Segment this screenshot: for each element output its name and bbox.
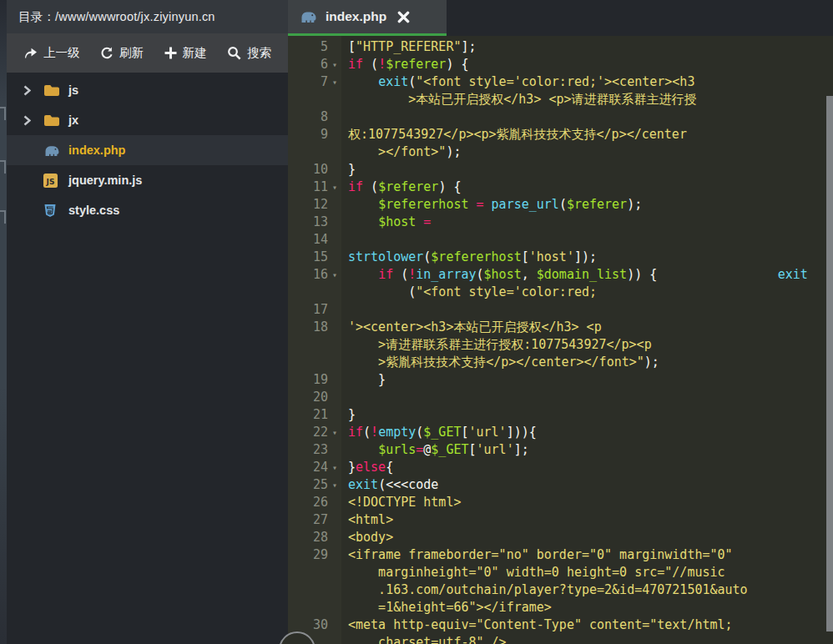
fold-spacer [328, 406, 341, 424]
fold-spacer [328, 214, 341, 231]
background-glyph-fragment [0, 210, 6, 224]
fold-arrow-icon[interactable]: ▾ [328, 73, 341, 91]
tab-index-php[interactable]: index.php [288, 0, 447, 36]
code-line-13[interactable]: 13 $host = [288, 214, 833, 231]
code-line-17[interactable]: 17 [288, 301, 833, 319]
tree-item-style-css[interactable]: style.css [7, 195, 288, 225]
line-number: 27 [288, 511, 328, 529]
code-line-30[interactable]: 30<meta http-equiv="Content-Type" conten… [288, 616, 833, 634]
code-line-28[interactable]: 28<body> [288, 529, 833, 546]
code-text [341, 231, 348, 249]
tree-item-js[interactable]: js [7, 75, 288, 105]
code-text: }else{ [341, 459, 393, 476]
toolbar-button-new[interactable]: 新建 [164, 45, 207, 61]
code-text: $refererhost = parse_url($referer); [341, 196, 642, 214]
code-line-wrap[interactable]: ></font>"); [288, 143, 833, 161]
chevron-right-icon[interactable] [23, 115, 37, 126]
toolbar-button-refresh[interactable]: 刷新 [100, 45, 144, 61]
code-line-18[interactable]: 18'><center><h3>本站已开启授权</h3> <p [288, 319, 833, 336]
file-manager-toolbar: 上一级刷新新建搜索 [7, 33, 288, 73]
background-glyph-fragment [0, 107, 6, 120]
fold-spacer [328, 634, 341, 644]
code-line-7[interactable]: 7▾ exit("<font style='color:red;'><cente… [288, 73, 833, 91]
tab-title: index.php [326, 9, 386, 24]
vertical-scrollbar[interactable] [826, 96, 833, 631]
line-number: 16 [288, 266, 328, 284]
code-line-29[interactable]: 29<iframe frameborder="no" border="0" ma… [288, 546, 833, 564]
fold-spacer [328, 161, 341, 179]
fold-spacer [328, 319, 341, 336]
line-number: 8 [288, 108, 328, 126]
code-line-19[interactable]: 19 } [288, 371, 833, 389]
code-line-14[interactable]: 14 [288, 231, 833, 249]
code-text: <html> [341, 511, 393, 529]
code-text: exit("<font style='color:red;'><center><… [341, 73, 694, 91]
code-line-12[interactable]: 12 $refererhost = parse_url($referer); [288, 196, 833, 214]
file-tree: jsjxindex.phpJSjquery.min.jsstyle.css [7, 73, 288, 644]
code-line-wrap[interactable]: charset=utf-8" /> [288, 634, 833, 644]
code-text [341, 389, 348, 406]
code-line-22[interactable]: 22▾if(!empty($_GET['url'])){ [288, 424, 833, 441]
fold-spacer [328, 126, 341, 143]
search-icon [227, 46, 241, 60]
code-line-10[interactable]: 10} [288, 161, 833, 179]
code-line-16[interactable]: 16▾ if (!in_array($host, $domain_list)) … [288, 266, 833, 284]
fold-spacer [328, 284, 341, 301]
code-text: } [341, 371, 386, 389]
code-line-wrap[interactable]: >请进群联系群主进行授权:1077543927</p><p [288, 336, 833, 354]
fold-arrow-icon[interactable]: ▾ [328, 56, 341, 73]
chevron-right-icon[interactable] [23, 85, 37, 96]
toolbar-button-search[interactable]: 搜索 [227, 45, 271, 61]
plus-icon [164, 47, 177, 59]
code-text: strtolower($refererhost['host']); [341, 249, 597, 266]
fold-arrow-icon[interactable]: ▾ [328, 476, 341, 494]
line-number: 17 [288, 301, 328, 319]
code-line-6[interactable]: 6▾if (!$referer) { [288, 56, 833, 73]
code-editor[interactable]: 5["HTTP_REFERER"];6▾if (!$referer) {7▾ e… [288, 36, 833, 644]
code-line-24[interactable]: 24▾}else{ [288, 459, 833, 476]
code-line-wrap[interactable]: marginheight="0" width=0 height=0 src="/… [288, 564, 833, 581]
code-line-wrap[interactable]: >紫胤科技技术支持</p></center></font>"); [288, 354, 833, 371]
code-line-wrap[interactable]: .163.com/outchain/player?type=2&id=47072… [288, 581, 833, 599]
code-text: ["HTTP_REFERER"]; [341, 38, 477, 56]
background-glyph-fragment [0, 160, 6, 174]
code-line-5[interactable]: 5["HTTP_REFERER"]; [288, 38, 833, 56]
line-number [288, 91, 328, 108]
code-text: =1&height=66"></iframe> [341, 599, 552, 616]
fold-arrow-icon[interactable]: ▾ [328, 424, 341, 441]
editor-tab-bar: index.php [288, 0, 833, 36]
code-text: .163.com/outchain/player?type=2&id=47072… [341, 581, 748, 599]
line-number: 11 [288, 179, 328, 196]
fold-spacer [328, 441, 341, 459]
tree-item-jquery-min-js[interactable]: JSjquery.min.js [7, 165, 288, 195]
fold-spacer [328, 38, 341, 56]
code-line-8[interactable]: 8 [288, 108, 833, 126]
code-line-23[interactable]: 23 $urls=@$_GET['url']; [288, 441, 833, 459]
directory-path-label: 目录：/www/wwwroot/jx.ziyinyun.cn [18, 9, 215, 25]
fold-arrow-icon[interactable]: ▾ [328, 459, 341, 476]
close-icon[interactable] [397, 11, 410, 23]
code-line-wrap[interactable]: ("<font style='color:red; [288, 284, 833, 301]
refresh-icon [100, 47, 114, 60]
fold-arrow-icon[interactable]: ▾ [328, 266, 341, 284]
code-line-25[interactable]: 25▾exit(<<<code [288, 476, 833, 494]
line-number: 22 [288, 424, 328, 441]
code-text: '><center><h3>本站已开启授权</h3> <p [341, 319, 602, 336]
code-line-wrap[interactable]: >本站已开启授权</h3> <p>请进群联系群主进行授 [288, 91, 833, 108]
line-number: 13 [288, 214, 328, 231]
code-line-15[interactable]: 15strtolower($refererhost['host']); [288, 249, 833, 266]
code-line-26[interactable]: 26<!DOCTYPE html> [288, 494, 833, 511]
fold-arrow-icon[interactable]: ▾ [328, 179, 341, 196]
code-line-wrap[interactable]: =1&height=66"></iframe> [288, 599, 833, 616]
code-line-20[interactable]: 20 [288, 389, 833, 406]
code-line-11[interactable]: 11▾if ($referer) { [288, 179, 833, 196]
fold-spacer [328, 599, 341, 616]
line-number [288, 564, 328, 581]
toolbar-button-label: 搜索 [247, 45, 271, 61]
code-line-21[interactable]: 21} [288, 406, 833, 424]
code-line-27[interactable]: 27<html> [288, 511, 833, 529]
toolbar-button-up-level[interactable]: 上一级 [23, 45, 80, 61]
tree-item-jx[interactable]: jx [7, 105, 288, 135]
code-line-9[interactable]: 9权:1077543927</p><p>紫胤科技技术支持</p></center [288, 126, 833, 143]
tree-item-index-php[interactable]: index.php [7, 135, 288, 165]
